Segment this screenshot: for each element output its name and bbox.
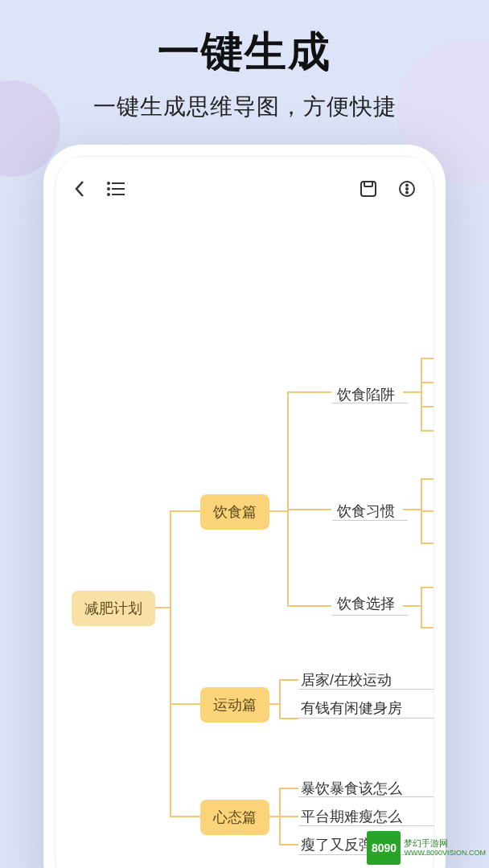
- watermark: 8090 梦幻手游网 WWW.8090VISION.COM: [364, 828, 489, 868]
- connector: [421, 382, 434, 383]
- connector: [279, 679, 298, 681]
- hero-title: 一键生成: [0, 24, 489, 80]
- connector: [421, 587, 422, 627]
- mindmap-branch[interactable]: 心态篇: [200, 800, 269, 835]
- svg-rect-7: [364, 182, 372, 186]
- mindmap-root[interactable]: 减肥计划: [72, 591, 155, 626]
- connector: [421, 510, 434, 512]
- more-icon[interactable]: [398, 180, 416, 198]
- svg-rect-6: [361, 182, 376, 196]
- connector: [279, 788, 298, 789]
- connector: [287, 509, 331, 510]
- connector: [421, 430, 434, 432]
- watermark-line2: WWW.8090VISION.COM: [404, 849, 486, 858]
- connector: [170, 510, 200, 512]
- connector: [279, 679, 281, 718]
- svg-point-5: [108, 194, 109, 195]
- svg-point-10: [406, 188, 408, 190]
- back-icon[interactable]: [73, 179, 86, 199]
- list-icon[interactable]: [107, 181, 126, 197]
- watermark-line1: 梦幻手游网: [404, 838, 486, 849]
- underline: [332, 403, 408, 403]
- connector: [421, 358, 422, 430]
- save-icon[interactable]: [360, 180, 377, 198]
- connector: [287, 391, 289, 607]
- connector: [287, 605, 331, 607]
- connector: [403, 605, 421, 607]
- watermark-logo: 8090: [367, 831, 401, 865]
- connector: [421, 542, 434, 544]
- underline: [332, 615, 408, 616]
- svg-point-11: [406, 192, 408, 194]
- svg-point-3: [108, 182, 109, 184]
- connector: [287, 391, 331, 393]
- connector: [170, 816, 200, 817]
- mindmap-canvas[interactable]: 减肥计划 饮食篇 运动篇 心态篇 饮食陷阱 饮食习惯 饮食选择 居家/在校运动 …: [55, 221, 434, 868]
- mindmap-branch[interactable]: 饮食篇: [200, 494, 269, 530]
- mindmap-leaf[interactable]: 饮食选择: [337, 591, 395, 616]
- svg-point-9: [406, 185, 408, 186]
- hero-subtitle: 一键生成思维导图，方便快捷: [0, 92, 489, 122]
- connector: [170, 703, 200, 705]
- underline: [298, 796, 434, 797]
- connector: [421, 627, 434, 628]
- underline: [298, 718, 434, 719]
- toolbar: [55, 157, 434, 207]
- mindmap-leaf[interactable]: 饮食陷阱: [337, 382, 395, 407]
- phone-frame: 减肥计划 饮食篇 运动篇 心态篇 饮食陷阱 饮食习惯 饮食选择 居家/在校运动 …: [43, 145, 446, 868]
- connector: [403, 391, 421, 393]
- mindmap-branch[interactable]: 运动篇: [200, 687, 269, 723]
- underline: [298, 825, 434, 826]
- mindmap-leaf[interactable]: 暴饮暴食该怎么: [301, 776, 402, 801]
- connector: [279, 816, 298, 817]
- connector: [279, 718, 298, 719]
- connector: [421, 406, 434, 407]
- connector: [279, 844, 298, 845]
- phone-screen: 减肥计划 饮食篇 运动篇 心态篇 饮食陷阱 饮食习惯 饮食选择 居家/在校运动 …: [55, 156, 434, 868]
- connector: [421, 587, 434, 588]
- connector: [421, 358, 434, 359]
- underline: [332, 520, 408, 521]
- connector: [403, 509, 421, 510]
- underline: [298, 689, 434, 690]
- connector: [421, 478, 434, 480]
- svg-point-4: [108, 188, 109, 190]
- hero: 一键生成 一键生成思维导图，方便快捷: [0, 0, 489, 122]
- connector: [170, 510, 171, 816]
